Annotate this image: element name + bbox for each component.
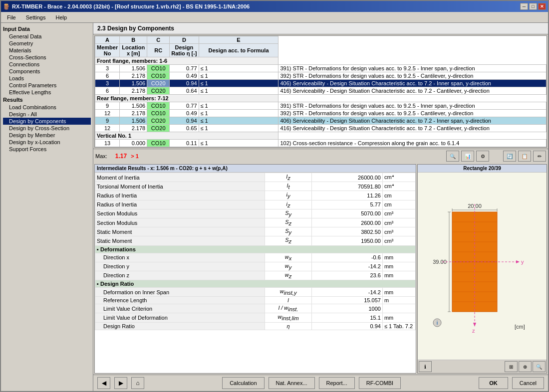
subheader-member: MemberNo [95, 44, 120, 57]
cs-btn-zoom-in[interactable]: ⊕ [519, 361, 532, 372]
table-row-selected[interactable]: 3 1.506 CO20 0.94 ≤ 1 406) Serviceabilit… [95, 80, 547, 87]
design-table: A B C D E MemberNo Locationx [m] RC Desi… [95, 36, 547, 147]
sidebar-item-design-by-x-location[interactable]: Design by x-Location [3, 139, 91, 146]
list-item: Radius of Inertia iy 11.26 cm [95, 191, 416, 200]
menu-bar: File Settings Help [1, 12, 548, 23]
table-row[interactable]: 13 0.000 CO10 0.11 ≤ 1 102) Cross-sectio… [95, 140, 547, 147]
subheader-formula: Design acc. to Formula [199, 44, 278, 57]
report-button[interactable]: Report... [319, 377, 355, 389]
sidebar-item-design-by-components[interactable]: Design by Components [3, 118, 91, 125]
subheader-ratio: DesignRatio η [-] [170, 44, 199, 57]
view-btn-2[interactable]: 📊 [461, 151, 474, 162]
col-header-c: C [147, 36, 170, 44]
list-item: Torsional Moment of Inertia It 70591.80 … [95, 182, 416, 191]
view-btn-6[interactable]: ✏ [533, 151, 546, 162]
list-item: Deformation on Inner Span winst,y -14.2 … [95, 288, 416, 297]
content-area: 2.3 Design by Components A B C D E Membe… [93, 23, 548, 391]
sidebar-item-components[interactable]: Components [3, 68, 91, 75]
table-row[interactable]: 9 1.506 CO20 0.94 ≤ 1 406) Serviceabilit… [95, 117, 547, 125]
sidebar: Input Data General Data Geometry Materia… [1, 23, 93, 391]
list-item: Section Modulus Sz 2600.00 cm³ [95, 218, 416, 227]
max-label: Max: [95, 153, 107, 159]
svg-text:y: y [521, 259, 524, 265]
table-row[interactable]: 12 2.178 CO10 0.49 ≤ 1 392) STR - Deform… [95, 110, 547, 117]
col-header-d: D [170, 36, 199, 44]
svg-text:39.00: 39.00 [433, 259, 447, 265]
cancel-button[interactable]: Cancel [512, 377, 544, 389]
list-item: Direction y wy -14.2 mm [95, 262, 416, 271]
sidebar-item-effective-lengths[interactable]: Effective Lengths [3, 89, 91, 96]
table-row[interactable]: 3 1.506 CO10 0.77 ≤ 1 391) STR - Deforma… [95, 65, 547, 72]
sidebar-item-design-all[interactable]: Design - All [3, 111, 91, 118]
ir-scroll[interactable]: Moment of Inertia Iz 26000.00 cm⁴ Torsio… [95, 173, 416, 373]
cs-btn-zoom-out[interactable]: 🔍 [533, 361, 546, 372]
sidebar-item-design-by-cross-section[interactable]: Design by Cross-Section [3, 125, 91, 132]
view-btn-5[interactable]: 📋 [518, 151, 531, 162]
subheader-rc: RC [147, 44, 170, 57]
nav-forward-button[interactable]: ▶ [114, 377, 127, 389]
list-item: Direction z wz 23.6 mm [95, 271, 416, 280]
list-item: Static Moment Sz 1950.00 cm³ [95, 236, 416, 245]
sidebar-item-cross-sections[interactable]: Cross-Sections [3, 54, 91, 61]
cs-content: 20.00 [418, 173, 547, 360]
sidebar-item-geometry[interactable]: Geometry [3, 40, 91, 47]
main-window: 🪵 RX-TIMBER - Brace - 2.04.0003 (32bit) … [0, 0, 549, 392]
view-btn-1[interactable]: 🔍 [446, 151, 459, 162]
sidebar-item-support-forces[interactable]: Support Forces [3, 146, 91, 153]
window-title: 🪵 RX-TIMBER - Brace - 2.04.0003 (32bit) … [3, 3, 250, 10]
table-toolbar: Max: 1.17 > 1 🔍 📊 ⚙ 🔄 📋 ✏ [93, 149, 548, 163]
nav-back-button[interactable]: ◀ [97, 377, 110, 389]
intermediate-results-panel: Intermediate Results - x: 1.506 m - CO20… [94, 164, 416, 374]
list-item: Limit Value of Deformation winst,lim 15.… [95, 313, 416, 322]
cs-btn-info[interactable]: ℹ [419, 361, 432, 372]
col-header-b: B [120, 36, 147, 44]
svg-text:[cm]: [cm] [515, 324, 525, 330]
sidebar-item-general-data[interactable]: General Data [3, 33, 91, 40]
window-controls: ─ □ ✕ [520, 3, 546, 10]
list-item: Section Modulus Sy 5070.00 cm³ [95, 209, 416, 218]
table-row[interactable]: 9 1.506 CO10 0.77 ≤ 1 391) STR - Deforma… [95, 102, 547, 110]
sidebar-results-section: Results [3, 96, 91, 104]
max-sign: > 1 [131, 153, 139, 159]
minimize-button[interactable]: ─ [520, 3, 528, 10]
cs-title: Rectangle 20/39 [418, 165, 547, 173]
title-bar: 🪵 RX-TIMBER - Brace - 2.04.0003 (32bit) … [1, 1, 548, 12]
view-btn-3[interactable]: ⚙ [476, 151, 489, 162]
ok-button[interactable]: OK [479, 377, 508, 389]
sidebar-item-materials[interactable]: Materials [3, 47, 91, 54]
ir-section-design-ratio[interactable]: ▪ Design Ratio [95, 280, 416, 288]
group2-header: Rear flange, members: 7-12 [95, 95, 278, 102]
nat-annex-button[interactable]: Nat. Annex... [269, 377, 315, 389]
sidebar-item-control-params[interactable]: Control Parameters [3, 82, 91, 89]
sidebar-item-load-combinations[interactable]: Load Combinations [3, 104, 91, 111]
cross-section-panel: Rectangle 20/39 20.00 [417, 164, 547, 374]
table-row[interactable]: 6 2.178 CO10 0.49 ≤ 1 392) STR - Deforma… [95, 72, 547, 80]
app-icon: 🪵 [3, 3, 10, 10]
ir-section-deformations[interactable]: ▪ Deformations [95, 245, 416, 253]
cs-toolbar: ℹ ⊞ ⊕ 🔍 [418, 360, 547, 373]
list-item: Design Ratio η 0.94 ≤ 1 Tab. 7.2 [95, 322, 416, 330]
maximize-button[interactable]: □ [529, 3, 537, 10]
table-row[interactable]: 12 2.178 CO20 0.65 ≤ 1 416) Serviceabili… [95, 125, 547, 132]
calculation-button[interactable]: Calculation [222, 377, 264, 389]
list-item: Radius of Inertia iz 5.77 cm [95, 200, 416, 209]
ir-title: Intermediate Results - x: 1.506 m - CO20… [95, 165, 416, 173]
sidebar-item-design-by-member[interactable]: Design by Member [3, 132, 91, 139]
view-btn-4[interactable]: 🔄 [503, 151, 516, 162]
sidebar-item-loads[interactable]: Loads [3, 75, 91, 82]
col-header-a: A [95, 36, 120, 44]
cs-diagram: 20.00 [427, 199, 537, 334]
svg-text:i: i [437, 320, 438, 326]
max-value: 1.17 [115, 153, 127, 160]
table-row[interactable]: 6 2.178 CO20 0.64 ≤ 1 416) Serviceabilit… [95, 87, 547, 95]
menu-file[interactable]: File [3, 13, 20, 21]
close-button[interactable]: ✕ [538, 3, 546, 10]
bottom-panel: Intermediate Results - x: 1.506 m - CO20… [94, 164, 547, 374]
menu-settings[interactable]: Settings [22, 13, 50, 21]
menu-help[interactable]: Help [51, 13, 71, 21]
rf-combi-button[interactable]: RF-COMBI [359, 377, 401, 389]
nav-home-button[interactable]: ⌂ [131, 377, 144, 389]
sidebar-item-connections[interactable]: Connections [3, 61, 91, 68]
list-item: Limit Value Criterion l / winst. 1000 [95, 304, 416, 313]
cs-btn-zoom-fit[interactable]: ⊞ [505, 361, 518, 372]
